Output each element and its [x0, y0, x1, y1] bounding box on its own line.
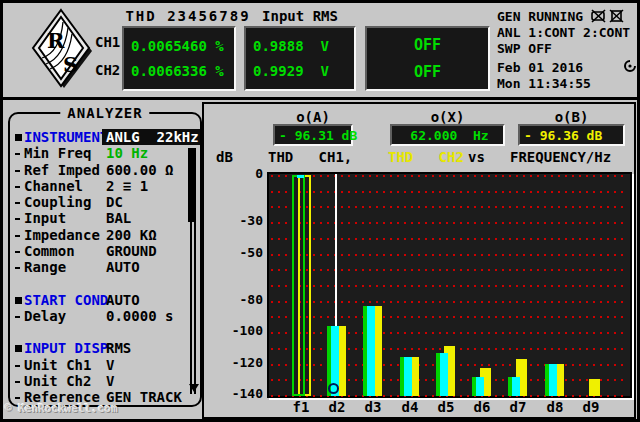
setting-label: Ref Imped [24, 162, 100, 178]
graph-title-xaxis: FREQUENCY/Hz [510, 149, 611, 165]
setting-value[interactable]: DC [106, 194, 123, 210]
harmonic-bar-ch2 [589, 379, 600, 397]
aux-ch2-value: OFF [367, 63, 488, 81]
graph-title-ch2: THD CH2 [388, 149, 464, 165]
settings-row[interactable]: Ref Imped600.00 Ω [10, 162, 200, 178]
setting-label: INPUT DISP [24, 340, 108, 356]
y-tick-label: -140 [219, 386, 263, 401]
instrument-screen: R S THD 23456789 CH1 CH2 0.0065460 % 0.0… [0, 0, 640, 422]
setting-value[interactable]: AUTO [106, 292, 140, 308]
settings-row[interactable]: Impedance200 KΩ [10, 227, 200, 243]
settings-row[interactable]: Unit Ch2V [10, 373, 200, 389]
setting-label: Input [24, 210, 66, 226]
gridline [271, 269, 628, 271]
gridline [271, 191, 628, 193]
settings-spacer [10, 324, 200, 340]
cursor-b-display: - 96.36 dB [518, 124, 625, 146]
setting-label: Range [24, 259, 66, 275]
setting-value[interactable]: V [106, 373, 114, 389]
harmonic-bar-ch1 [549, 364, 557, 396]
setting-value[interactable]: 10 Hz [106, 145, 148, 161]
settings-row[interactable]: InputBAL [10, 210, 200, 226]
swp-status: SWP OFF [497, 41, 552, 56]
svg-text:R: R [47, 28, 65, 53]
gridline [271, 285, 628, 287]
settings-row[interactable]: Delay0.0000 s [10, 308, 200, 324]
graph-panel: o(A) o(X) o(B) - 96.31 dB 62.000 Hz - 96… [202, 102, 636, 419]
y-tick-label: -30 [219, 213, 263, 228]
x-tick-label: d3 [353, 399, 393, 415]
y-tick-label: -120 [219, 355, 263, 370]
item-bullet-icon [15, 235, 20, 237]
section-bullet-icon [15, 345, 22, 352]
settings-row[interactable]: CouplingDC [10, 194, 200, 210]
cursor-b-value: - 96.36 dB [520, 128, 623, 143]
settings-row[interactable]: Unit Ch1V [10, 357, 200, 373]
setting-label: Channel [24, 178, 83, 194]
setting-value[interactable]: 200 KΩ [106, 227, 157, 243]
date-label: Feb 01 2016 [497, 60, 583, 75]
analyzer-panel-title: ANALYZER [60, 105, 149, 121]
gridline [271, 301, 628, 303]
setting-value[interactable]: 600.00 Ω [106, 162, 173, 178]
setting-value[interactable]: AUTO [106, 259, 140, 275]
item-bullet-icon [15, 251, 20, 253]
gridline [271, 316, 628, 318]
setting-value[interactable]: 2 ≡ 1 [106, 178, 148, 194]
scroll-down-arrow-icon[interactable] [189, 384, 199, 392]
x-tick-label: f1 [281, 399, 321, 415]
item-bullet-icon [15, 397, 20, 399]
thd-ch2-value: 0.0066336 % [124, 63, 234, 79]
input-rms-title: Input RMS [244, 8, 356, 24]
cursor-x-value: 62.000 Hz [392, 128, 503, 143]
cursor-a-label: o(A) [273, 109, 353, 125]
settings-row[interactable]: CommonGROUND [10, 243, 200, 259]
y-tick-label: -100 [219, 323, 263, 338]
setting-label: Min Freq [24, 145, 91, 161]
settings-spacer [10, 275, 200, 291]
setting-value[interactable]: ANLG 22kHz [102, 129, 200, 145]
ch2-label: CH2 [95, 62, 120, 78]
harmonic-bar-ch1 [440, 353, 448, 396]
gridline [271, 332, 628, 334]
monitor-off-icon [609, 9, 624, 23]
y-tick-label: 0 [219, 166, 263, 181]
harmonic-bar-ch1 [404, 357, 412, 396]
setting-value[interactable]: BAL [106, 210, 131, 226]
x-tick-label: d5 [426, 399, 466, 415]
harmonic-bar-ch1 [476, 377, 484, 396]
fundamental-bar-ch1 [292, 175, 305, 396]
settings-row[interactable]: INSTRUMENTANLG 22kHz [10, 129, 200, 145]
cursor-b-label: o(B) [518, 109, 625, 125]
cursor-line[interactable] [335, 174, 337, 326]
x-tick-label: d9 [571, 399, 611, 415]
setting-value[interactable]: GROUND [106, 243, 157, 259]
thd-ch1-value: 0.0065460 % [124, 38, 234, 54]
cursor-marker[interactable] [328, 383, 339, 394]
item-bullet-icon [15, 218, 20, 220]
settings-row[interactable]: RangeAUTO [10, 259, 200, 275]
setting-label: Impedance [24, 227, 100, 243]
cursor-a-value: - 96.31 dB [275, 128, 351, 143]
harmonic-bar-ch1 [512, 377, 520, 396]
setting-label: Common [24, 243, 75, 259]
gridline [271, 238, 628, 240]
setting-value[interactable]: V [106, 357, 114, 373]
settings-row[interactable]: START CONDAUTO [10, 292, 200, 308]
rms-ch1-value: 0.9888 V [246, 38, 354, 54]
ch1-label: CH1 [95, 34, 120, 50]
setting-value[interactable]: 0.0000 s [106, 308, 173, 324]
settings-row[interactable]: Min Freq10 Hz [10, 145, 200, 161]
rms-ch2-value: 0.9929 V [246, 63, 354, 79]
item-bullet-icon [15, 202, 20, 204]
x-tick-label: d4 [390, 399, 430, 415]
item-bullet-icon [15, 170, 20, 172]
activity-spinner-icon [624, 60, 636, 72]
settings-row[interactable]: Channel2 ≡ 1 [10, 178, 200, 194]
settings-row[interactable]: INPUT DISPRMS [10, 340, 200, 356]
scrollbar-thumb[interactable] [188, 148, 196, 222]
setting-value[interactable]: RMS [106, 340, 131, 356]
section-bullet-icon [15, 297, 22, 304]
item-bullet-icon [15, 267, 20, 269]
setting-label: Unit Ch1 [24, 357, 91, 373]
